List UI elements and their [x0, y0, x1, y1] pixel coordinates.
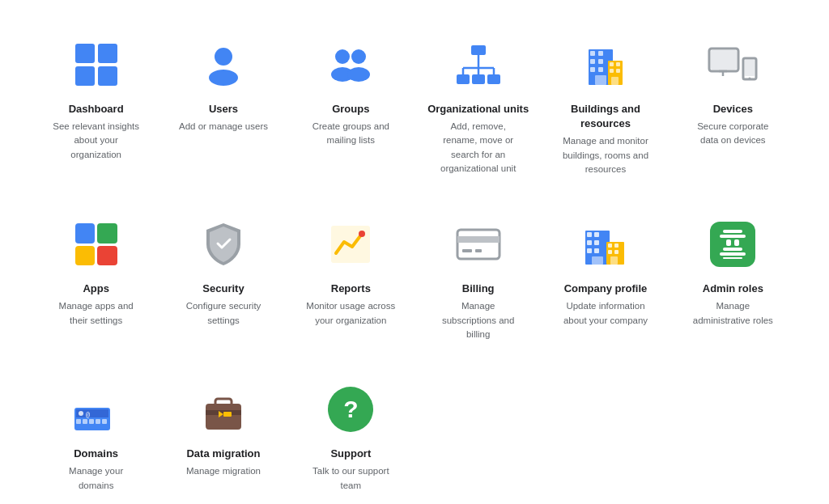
svg-rect-46	[594, 240, 599, 245]
svg-point-65	[79, 411, 83, 416]
card-users[interactable]: Users Add or manage users	[159, 19, 287, 199]
buildings-icon	[580, 39, 631, 91]
svg-rect-9	[487, 74, 500, 84]
card-org-units[interactable]: Organizational units Add, remove, rename…	[414, 19, 542, 199]
svg-rect-24	[610, 62, 614, 66]
svg-rect-16	[590, 51, 595, 56]
svg-point-3	[351, 49, 366, 64]
card-domains[interactable]: @ Domains Manage your domains	[32, 364, 159, 504]
card-title: Groups	[332, 102, 369, 116]
svg-rect-55	[610, 256, 618, 265]
svg-rect-25	[616, 62, 620, 66]
card-desc: Create groups and mailing lists	[306, 120, 395, 148]
svg-rect-49	[592, 256, 603, 265]
svg-rect-30	[711, 50, 737, 70]
card-company-profile[interactable]: Company profile Update information about…	[542, 199, 669, 364]
reports-icon	[325, 218, 376, 270]
card-desc: Add or manage users	[179, 120, 268, 133]
card-title: Users	[209, 102, 238, 116]
card-desc: Talk to our support team	[306, 464, 395, 493]
svg-rect-40	[462, 249, 472, 252]
svg-rect-48	[594, 248, 599, 253]
admin-icon	[707, 218, 759, 270]
svg-rect-20	[590, 67, 595, 72]
card-title: Buildings and resources	[551, 102, 659, 131]
support-icon: ?	[325, 383, 376, 435]
svg-rect-21	[598, 67, 603, 72]
svg-rect-57	[720, 235, 746, 238]
svg-rect-59	[734, 239, 739, 246]
devices-icon	[707, 39, 759, 91]
svg-rect-26	[610, 69, 614, 73]
card-desc: Add, remove, rename, move or search for …	[434, 120, 523, 176]
card-title: Devices	[713, 102, 753, 116]
card-title: Admin roles	[703, 282, 763, 296]
org-icon	[453, 39, 504, 91]
card-buildings[interactable]: Buildings and resources Manage and monit…	[542, 19, 669, 199]
svg-rect-53	[608, 250, 612, 254]
card-devices[interactable]: Devices Secure corporate data on devices	[670, 19, 797, 199]
card-data-migration[interactable]: Data migration Manage migration	[159, 364, 287, 504]
card-title: Apps	[83, 282, 109, 296]
svg-rect-76	[223, 412, 232, 417]
svg-rect-28	[611, 77, 619, 85]
company-icon	[580, 218, 631, 270]
card-reports[interactable]: Reports Monitor usage across your organi…	[287, 199, 414, 364]
svg-rect-68	[83, 419, 87, 424]
card-desc: Manage administrative roles	[688, 299, 777, 328]
security-icon	[198, 218, 249, 270]
svg-rect-38	[457, 230, 500, 259]
svg-point-5	[347, 67, 370, 82]
card-title: Dashboard	[69, 102, 124, 116]
domains-icon: @	[70, 383, 122, 435]
card-groups[interactable]: Groups Create groups and mailing lists	[287, 19, 414, 199]
svg-rect-39	[457, 236, 500, 243]
card-title: Domains	[74, 447, 118, 461]
svg-rect-69	[89, 419, 94, 424]
card-support[interactable]: ? Support Talk to our support team	[287, 364, 414, 504]
svg-rect-47	[587, 248, 592, 253]
card-desc: Configure security settings	[179, 299, 268, 328]
svg-rect-74	[215, 399, 232, 407]
svg-rect-45	[587, 240, 592, 245]
svg-point-37	[359, 231, 365, 237]
card-desc: See relevant insights about your organiz…	[52, 120, 141, 162]
card-billing[interactable]: Billing Manage subscriptions and billing	[414, 199, 542, 364]
svg-rect-22	[595, 75, 606, 85]
svg-rect-19	[598, 59, 603, 64]
svg-rect-18	[590, 59, 595, 64]
svg-rect-62	[723, 257, 742, 259]
svg-point-35	[749, 78, 751, 80]
svg-point-2	[335, 49, 350, 64]
svg-point-0	[215, 48, 232, 66]
svg-rect-44	[594, 232, 599, 237]
users-icon	[198, 39, 249, 91]
svg-point-1	[209, 70, 238, 86]
svg-text:@: @	[86, 411, 90, 418]
card-desc: Update information about your company	[561, 299, 650, 328]
svg-rect-54	[614, 250, 619, 254]
svg-rect-61	[720, 252, 746, 256]
card-title: Billing	[462, 282, 495, 296]
data-migration-icon	[198, 383, 249, 435]
card-apps[interactable]: Apps Manage apps and their settings	[32, 199, 159, 364]
svg-rect-51	[608, 244, 612, 248]
card-security[interactable]: Security Configure security settings	[159, 199, 287, 364]
groups-icon	[325, 39, 376, 91]
card-desc: Monitor usage across your organization	[306, 299, 395, 328]
card-desc: Manage apps and their settings	[52, 299, 141, 328]
card-title: Security	[202, 282, 244, 296]
card-title: Reports	[331, 282, 371, 296]
svg-rect-41	[475, 249, 482, 252]
main-grid: Dashboard See relevant insights about yo…	[32, 19, 797, 504]
billing-icon	[453, 218, 504, 270]
card-admin-roles[interactable]: Admin roles Manage administrative roles	[670, 199, 797, 364]
card-dashboard[interactable]: Dashboard See relevant insights about yo…	[32, 19, 159, 199]
card-desc: Manage your domains	[52, 464, 141, 493]
svg-rect-71	[102, 419, 107, 424]
card-title: Company profile	[564, 282, 648, 296]
svg-rect-58	[726, 239, 731, 246]
card-desc: Manage subscriptions and billing	[434, 299, 523, 341]
card-desc: Secure corporate data on devices	[688, 120, 777, 148]
apps-icon	[70, 218, 122, 270]
